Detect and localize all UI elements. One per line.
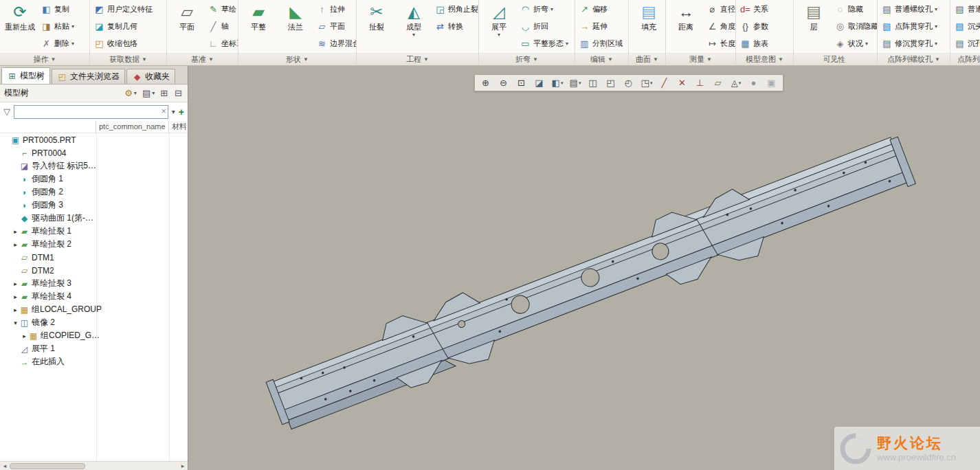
ribbon-group-label[interactable]: 折弯 ▼ (479, 53, 575, 65)
capture-icon[interactable]: ◰ (602, 76, 620, 90)
ribbon-group-label[interactable]: 基准 ▼ (167, 53, 238, 65)
parameters-button[interactable]: {} 参数 (737, 18, 772, 35)
pattern-through-hole-button[interactable]: ▤ 点阵贯穿孔 ▾ (879, 18, 939, 35)
boundary-blend-button[interactable]: ≋ 边界混合 (314, 35, 357, 52)
unhide-button[interactable]: ◎ 取消隐藏 ▾ (832, 18, 878, 35)
corner-relief-button[interactable]: ◲ 拐角止裂槽 (432, 1, 479, 18)
clear-filter-icon[interactable]: × (162, 107, 166, 116)
axis-button[interactable]: ╱ 轴 (205, 18, 238, 35)
status-button[interactable]: ◈ 状况 ▾ (832, 35, 878, 52)
expand-all-icon[interactable]: ⊞ (160, 88, 169, 98)
part-3d-view[interactable] (188, 66, 980, 470)
tab-model-tree[interactable]: ⊞ 模型树 (1, 67, 50, 84)
layers-button[interactable]: ▤ 层 (795, 1, 832, 53)
paste-button[interactable]: ◨ 粘贴 ▾ (38, 18, 76, 35)
tree-expand-icon[interactable]: ▸ (12, 293, 19, 300)
ribbon-group-label[interactable]: 模型意图 ▼ (736, 53, 793, 65)
extrude-button[interactable]: ↑ 拉伸 (314, 1, 357, 18)
zoom-out-icon[interactable]: ⊖ (495, 76, 513, 90)
cbore-hole-2-button[interactable]: ▤ 沉孔贯穿孔 ▾ (952, 35, 980, 52)
ribbon-group-label[interactable]: 编辑 ▼ (575, 53, 628, 65)
annotations-icon[interactable]: ◬ ▾ (727, 76, 745, 90)
tree-item[interactable]: ▱ DTM1 (0, 251, 188, 264)
ribbon-group-label[interactable]: 点阵列螺纹孔 ▼ (878, 53, 950, 65)
offset-button[interactable]: ↗ 偏移 (577, 1, 627, 18)
ribbon-group-label[interactable]: 测量 ▼ (666, 53, 735, 65)
section-icon[interactable]: ◴ (620, 76, 638, 90)
angle-button[interactable]: ∠ 角度 (704, 18, 736, 35)
datum-points-icon[interactable]: ✕ (673, 76, 691, 90)
tree-expand-icon[interactable]: ▸ (21, 333, 28, 339)
relations-button[interactable]: d= 关系 (737, 1, 772, 18)
ribbon-group-label[interactable]: 操作 ▼ (0, 53, 89, 65)
datum-planes-icon[interactable]: ▱ (709, 76, 727, 90)
tree-item[interactable]: ▸ ▰ 草绘扯裂 1 (0, 225, 188, 238)
ribbon-group-label[interactable]: 点阵列贯穿孔 (950, 53, 980, 65)
tab-favorites[interactable]: ◆ 收藏夹 (126, 69, 175, 84)
tree-item[interactable]: ▸ ▦ 组LOCAL_GROUP (0, 303, 188, 316)
unbend-button[interactable]: ◿ 展平 ▾ (480, 1, 517, 53)
column-header-common-name[interactable]: ptc_common_name (96, 121, 169, 133)
csink-through-hole-button[interactable]: ▤ 修沉贯穿孔 ▾ (879, 35, 939, 52)
delete-button[interactable]: ✗ 删除 ▾ (38, 35, 76, 52)
tree-item[interactable]: ▾ ◫ 镜像 2 (0, 316, 188, 329)
filter-dropdown-icon[interactable]: ▾ (172, 108, 175, 115)
fill-button[interactable]: ▤ 填充 (630, 1, 666, 53)
rip-button[interactable]: ✂ 扯裂 (358, 1, 395, 53)
planar-button[interactable]: ▱ 平面 (314, 18, 357, 35)
datum-csys-icon[interactable]: ⊥ (691, 76, 709, 90)
csys-button[interactable]: ∟ 坐标系 (205, 35, 238, 52)
tree-item[interactable]: ▱ DTM2 (0, 264, 188, 277)
bend-button[interactable]: ◠ 折弯 ▾ (517, 1, 570, 18)
tree-item[interactable]: ◪ 导入特征 标识5… (0, 159, 188, 172)
highlight-icon[interactable]: ▣ (763, 76, 781, 90)
csink-hole-2-button[interactable]: ▤ 沉头螺纹孔 ▾ (952, 18, 980, 35)
filter-funnel-icon[interactable]: ▽ (3, 107, 10, 117)
tree-item[interactable]: ◆ 驱动曲面 1(第-… (0, 212, 188, 225)
scrollbar-thumb[interactable] (10, 463, 85, 469)
saved-views-icon[interactable]: ▤ ▾ (566, 76, 584, 90)
tree-settings-icon[interactable]: ⚙ ▾ (124, 88, 137, 98)
convert-button[interactable]: ⇄ 转换 (432, 18, 479, 35)
tree-filter-input[interactable] (14, 105, 168, 119)
tree-item[interactable]: ◗ 倒圆角 3 (0, 199, 188, 212)
tree-item[interactable]: ▸ ▰ 草绘扯裂 3 (0, 277, 188, 290)
thread-hole-2-button[interactable]: ▤ 普通螺纹孔 ▾ (952, 1, 980, 18)
view-manager-icon[interactable]: ◫ (584, 76, 602, 90)
tree-item[interactable]: ▸ ▰ 草绘扯裂 2 (0, 238, 188, 251)
zoom-fit-icon[interactable]: ⊡ (513, 76, 531, 90)
ribbon-group-label[interactable]: 曲面 ▼ (629, 53, 665, 65)
extend-button[interactable]: → 延伸 (577, 18, 627, 35)
shrinkwrap-button[interactable]: ◰ 收缩包络 (91, 35, 157, 52)
thread-hole-button[interactable]: ▤ 普通螺纹孔 ▾ (879, 1, 939, 18)
distance-button[interactable]: ↔ 距离 (667, 1, 704, 53)
ribbon-group-label[interactable]: 形状 ▼ (238, 53, 356, 65)
datum-display-icon[interactable]: ◳ ▾ (638, 76, 656, 90)
tree-item[interactable]: ◗ 倒圆角 1 (0, 172, 188, 186)
length-button[interactable]: ↦ 长度 (704, 35, 736, 52)
tree-display-icon[interactable]: ▤ ▾ (142, 88, 155, 98)
tree-expand-icon[interactable]: ▸ (12, 228, 19, 235)
tree-item[interactable]: ◿ 展平 1 (0, 342, 188, 355)
flat-button[interactable]: ▰ 平整 (240, 1, 277, 53)
spin-center-icon[interactable]: ● (745, 76, 763, 90)
scroll-right-icon[interactable]: ▸ (178, 462, 188, 469)
copy-button[interactable]: ◧ 复制 (38, 1, 76, 18)
diameter-button[interactable]: ⌀ 直径 (704, 1, 736, 18)
tree-item[interactable]: ◗ 倒圆角 2 (0, 186, 188, 199)
ribbon-group-label[interactable]: 工程 ▼ (357, 53, 478, 65)
tree-expand-icon[interactable]: ▾ (12, 320, 19, 326)
display-style-icon[interactable]: ◧ ▾ (548, 76, 566, 90)
tree-item[interactable]: ▣ PRT0005.PRT (0, 133, 188, 146)
ribbon-group-label[interactable]: 可见性 (794, 53, 877, 65)
split-area-button[interactable]: ▥ 分割区域 (577, 35, 627, 52)
repaint-icon[interactable]: ◪ (531, 76, 548, 90)
family-table-button[interactable]: ▦ 族表 (737, 35, 772, 52)
ribbon-group-label[interactable]: 获取数据 ▼ (90, 53, 166, 65)
flange-button[interactable]: ◣ 法兰 (277, 1, 314, 53)
plane-button[interactable]: ▱ 平面 (168, 1, 205, 53)
scroll-left-icon[interactable]: ◂ (0, 462, 10, 469)
tree-expand-icon[interactable]: ▸ (12, 306, 19, 313)
collapse-all-icon[interactable]: ⊟ (175, 88, 183, 98)
tree-expand-icon[interactable]: ▸ (12, 241, 19, 248)
